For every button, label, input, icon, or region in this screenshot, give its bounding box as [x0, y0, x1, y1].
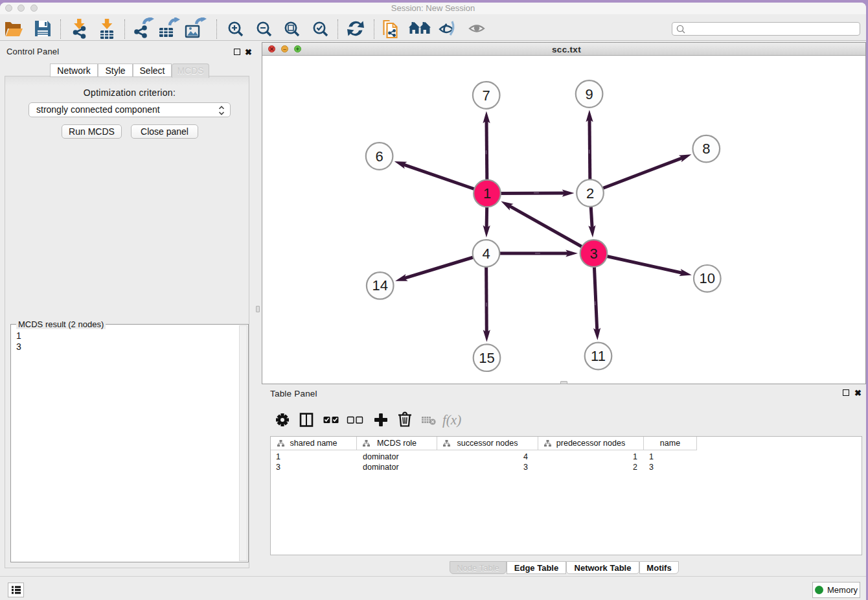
svg-text:14: 14 [372, 277, 387, 294]
svg-text:7: 7 [483, 87, 490, 104]
svg-text:11: 11 [591, 348, 606, 364]
svg-text:10: 10 [700, 270, 715, 286]
svg-text:15: 15 [479, 350, 494, 366]
svg-text:8: 8 [702, 141, 710, 157]
svg-text:3: 3 [589, 246, 597, 262]
svg-text:f(x): f(x) [442, 412, 461, 428]
svg-text:4: 4 [482, 246, 490, 262]
svg-text:9: 9 [585, 86, 593, 102]
svg-text:2: 2 [586, 185, 594, 202]
svg-text:1: 1 [483, 185, 491, 202]
svg-text:6: 6 [375, 148, 383, 165]
